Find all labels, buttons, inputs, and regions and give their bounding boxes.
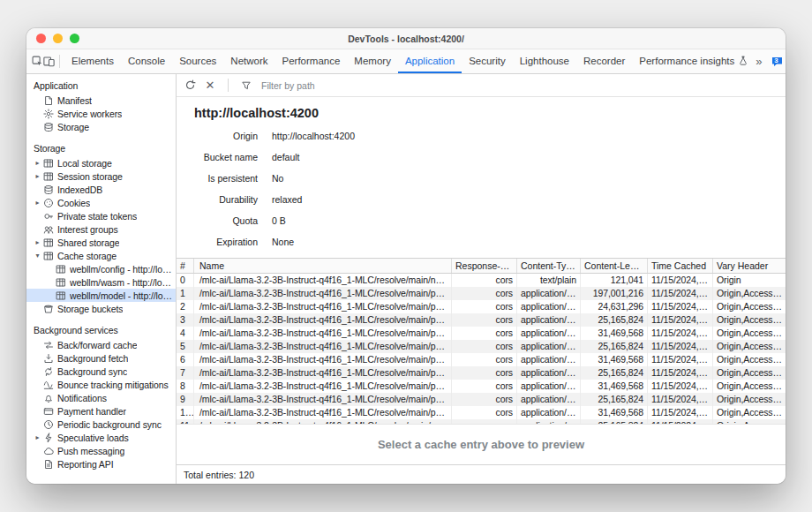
table-row[interactable]: 5/mlc-ai/Llama-3.2-3B-Instruct-q4f16_1-M… — [177, 340, 786, 353]
sidebar-item-webllm-model-http-loc[interactable]: webllm/model - http://loc… — [26, 289, 176, 302]
chevron-right-icon[interactable]: ▸ — [34, 199, 41, 207]
filter-input[interactable] — [259, 79, 431, 92]
sidebar-item-bounce-tracking-mitigations[interactable]: Bounce tracking mitigations — [26, 378, 176, 391]
chevron-right-icon[interactable]: ▸ — [34, 433, 41, 441]
sidebar-item-label: Reporting API — [57, 459, 114, 470]
table-row[interactable]: 9/mlc-ai/Llama-3.2-3B-Instruct-q4f16_1-M… — [177, 393, 786, 406]
table-row[interactable]: 1/mlc-ai/Llama-3.2-3B-Instruct-q4f16_1-M… — [177, 287, 786, 300]
table-row[interactable]: 10/mlc-ai/Llama-3.2-3B-Instruct-q4f16_1-… — [177, 406, 786, 419]
tab-performance[interactable]: Performance — [275, 49, 348, 73]
tab-memory[interactable]: Memory — [347, 49, 398, 73]
column-header-content-length[interactable]: Content-Length — [581, 259, 648, 273]
cell-name: /mlc-ai/Llama-3.2-3B-Instruct-q4f16_1-ML… — [194, 313, 452, 327]
sidebar-item-cache-storage[interactable]: ▾Cache storage — [26, 249, 176, 262]
meta-label: Quota — [177, 215, 258, 226]
inspect-icon[interactable] — [32, 53, 43, 71]
table-row[interactable]: 8/mlc-ai/Llama-3.2-3B-Instruct-q4f16_1-M… — [177, 380, 786, 393]
cell-: 10 — [177, 406, 194, 419]
sidebar-item-manifest[interactable]: Manifest — [26, 94, 176, 107]
column-header-response-type[interactable]: Response-Type — [452, 259, 517, 273]
messages-count: 3 — [771, 56, 782, 64]
tab-recorder[interactable]: Recorder — [576, 49, 632, 73]
sidebar-item-label: Storage — [57, 122, 89, 132]
sidebar-item-payment-handler[interactable]: Payment handler — [26, 404, 176, 418]
column-header-name[interactable]: Name — [194, 259, 452, 273]
sidebar-item-push-messaging[interactable]: Push messaging — [26, 444, 176, 457]
tab-elements[interactable]: Elements — [64, 49, 121, 73]
more-tabs-chevron[interactable]: » — [756, 55, 762, 68]
cell-content-length: 31,469,568 — [581, 353, 648, 366]
grid-header: #NameResponse-TypeContent-TypeContent-Le… — [177, 258, 786, 274]
sidebar-item-private-state-tokens[interactable]: Private state tokens — [26, 209, 176, 222]
sidebar-item-storage[interactable]: Storage — [26, 120, 176, 133]
sidebar-item-background-sync[interactable]: Background sync — [26, 365, 176, 378]
chevron-right-icon[interactable]: ▸ — [34, 159, 41, 167]
cell-vary-header: Origin — [713, 274, 786, 287]
sidebar-item-local-storage[interactable]: ▸Local storage — [26, 156, 176, 169]
sync-icon — [43, 366, 54, 377]
cell-vary-header: Origin,Access… — [713, 287, 786, 300]
sidebar-item-shared-storage[interactable]: ▸Shared storage — [26, 236, 176, 249]
column-header-[interactable]: # — [177, 259, 194, 273]
sidebar-item-label: Service workers — [57, 109, 122, 119]
sidebar-item-notifications[interactable]: Notifications — [26, 391, 176, 404]
sidebar-item-label: Background sync — [57, 366, 127, 377]
cell-content-type: text/plain — [517, 274, 581, 287]
sidebar-item-service-workers[interactable]: Service workers — [26, 107, 176, 120]
refresh-icon[interactable] — [183, 79, 197, 93]
tab-performance-insights[interactable]: Performance insights — [632, 49, 756, 73]
cache-storage-panel: ✕ http://localhost:4200 Originhttp://loc… — [177, 74, 786, 484]
table-icon — [56, 264, 66, 275]
device-toolbar-icon[interactable] — [43, 53, 55, 71]
tab-network[interactable]: Network — [223, 49, 274, 73]
sidebar-item-session-storage[interactable]: ▸Session storage — [26, 169, 176, 183]
sidebar-item-storage-buckets[interactable]: Storage buckets — [26, 302, 176, 315]
table-row[interactable]: 0/mlc-ai/Llama-3.2-3B-Instruct-q4f16_1-M… — [177, 274, 786, 287]
column-header-vary-header[interactable]: Vary Header — [713, 259, 786, 273]
sidebar-item-cookies[interactable]: ▸Cookies — [26, 196, 176, 209]
tab-lighthouse[interactable]: Lighthouse — [513, 49, 576, 73]
sidebar-item-webllm-config-http-loc[interactable]: webllm/config - http://loc… — [26, 262, 176, 275]
clear-icon[interactable]: ✕ — [203, 79, 217, 93]
close-button[interactable] — [36, 34, 46, 43]
tab-sources[interactable]: Sources — [172, 49, 223, 73]
sidebar-item-speculative-loads[interactable]: ▸Speculative loads — [26, 431, 176, 444]
table-row[interactable]: 6/mlc-ai/Llama-3.2-3B-Instruct-q4f16_1-M… — [177, 353, 786, 366]
table-row[interactable]: 7/mlc-ai/Llama-3.2-3B-Instruct-q4f16_1-M… — [177, 366, 786, 380]
table-row[interactable]: 3/mlc-ai/Llama-3.2-3B-Instruct-q4f16_1-M… — [177, 313, 786, 327]
minimize-button[interactable] — [53, 34, 63, 43]
cache-toolbar: ✕ — [177, 74, 786, 97]
cell-content-type: application/oc… — [517, 340, 581, 353]
table-row[interactable]: 2/mlc-ai/Llama-3.2-3B-Instruct-q4f16_1-M… — [177, 300, 786, 313]
chevron-right-icon[interactable]: ▸ — [34, 238, 41, 246]
sidebar-item-reporting-api[interactable]: Reporting API — [26, 457, 176, 471]
cell-content-length: 24,631,296 — [581, 300, 648, 313]
flask-icon — [738, 56, 748, 66]
console-messages-badge[interactable]: 3 — [771, 56, 784, 67]
devtools-tabbar: ElementsConsoleSourcesNetworkPerformance… — [26, 49, 786, 74]
sidebar-item-interest-groups[interactable]: Interest groups — [26, 222, 176, 236]
sidebar-item-periodic-background-sync[interactable]: Periodic background sync — [26, 418, 176, 431]
tab-application[interactable]: Application — [398, 49, 462, 73]
table-row[interactable]: 4/mlc-ai/Llama-3.2-3B-Instruct-q4f16_1-M… — [177, 327, 786, 340]
meta-label: Bucket name — [177, 152, 258, 162]
sidebar-item-webllm-wasm-http-loca[interactable]: webllm/wasm - http://loca… — [26, 275, 176, 289]
cell-name: /mlc-ai/Llama-3.2-3B-Instruct-q4f16_1-ML… — [194, 340, 452, 353]
cell-content-type: application/oc… — [517, 353, 581, 366]
column-header-content-type[interactable]: Content-Type — [517, 259, 581, 273]
cell-content-type: application/oc… — [517, 380, 581, 393]
tab-security[interactable]: Security — [462, 49, 513, 73]
chevron-right-icon[interactable]: ▸ — [34, 172, 41, 180]
meta-row-durability: Durabilityrelaxed — [177, 189, 786, 210]
cell-name: /mlc-ai/Llama-3.2-3B-Instruct-q4f16_1-ML… — [194, 327, 452, 340]
tab-console[interactable]: Console — [121, 49, 172, 73]
cell-time-cached: 11/15/2024, 10… — [648, 340, 713, 353]
sidebar-item-back-forward-cache[interactable]: Back/forward cache — [26, 338, 176, 351]
clock-icon — [43, 419, 54, 430]
column-header-time-cached[interactable]: Time Cached — [648, 259, 713, 273]
sidebar-item-background-fetch[interactable]: Background fetch — [26, 351, 176, 365]
zoom-button[interactable] — [70, 34, 79, 43]
sidebar-item-indexeddb[interactable]: IndexedDB — [26, 183, 176, 196]
chevron-down-icon[interactable]: ▾ — [34, 252, 41, 260]
cell-vary-header: Origin,Access… — [713, 393, 786, 406]
